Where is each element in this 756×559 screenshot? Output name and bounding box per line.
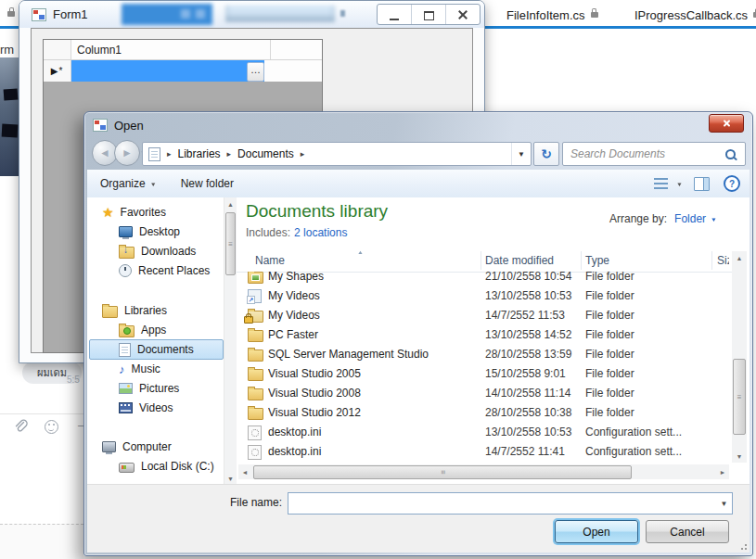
sidebar-item-videos[interactable]: Videos <box>119 399 173 417</box>
winforms-icon <box>32 8 46 21</box>
file-row[interactable]: My Videos 13/10/2558 10:53 File folder <box>237 286 732 306</box>
grid-new-row: ▶* … <box>44 60 322 82</box>
sidebar-item-computer[interactable]: Computer <box>102 438 172 456</box>
folder-icon <box>248 369 263 381</box>
views-dropdown-icon[interactable]: ▼ <box>676 181 683 186</box>
help-icon[interactable]: ? <box>724 175 740 192</box>
new-folder-label: New folder <box>181 177 234 190</box>
sidebar-item-libraries[interactable]: Libraries <box>102 301 167 320</box>
sidebar-item-favorites[interactable]: ★ Favorites <box>102 203 166 222</box>
refresh-button[interactable]: ↻ <box>533 142 559 166</box>
scroll-up-button[interactable]: ▲ <box>224 197 237 210</box>
scroll-left-button[interactable]: ◄ <box>238 464 251 479</box>
breadcrumb-documents[interactable]: Documents <box>237 147 294 160</box>
clock-icon <box>119 264 132 277</box>
file-browser-pane: Documents library Includes:2 locations A… <box>237 197 750 485</box>
file-row[interactable]: Visual Studio 2008 14/10/2558 11:14 File… <box>237 384 732 403</box>
star-icon: ★ <box>102 205 114 220</box>
scroll-right-button[interactable]: ► <box>716 464 729 479</box>
file-row[interactable]: desktop.ini 13/10/2558 10:53 Configurati… <box>237 423 732 442</box>
minimize-button[interactable] <box>378 5 412 24</box>
sidebar-item-downloads[interactable]: Downloads <box>119 242 196 260</box>
censored-text <box>225 6 335 22</box>
file-row[interactable]: Visual Studio 2005 15/10/2558 9:01 File … <box>237 364 732 384</box>
lock-icon <box>7 11 15 17</box>
breadcrumb-libraries[interactable]: Libraries <box>178 147 221 160</box>
sidebar-item-music[interactable]: ♪ Music <box>119 360 160 378</box>
documents-icon <box>119 343 131 357</box>
grid-corner-cell[interactable] <box>44 40 71 59</box>
column-name[interactable]: Name <box>255 254 285 267</box>
scroll-down-button[interactable]: ▼ <box>732 450 747 463</box>
divider <box>0 413 83 414</box>
window-controls <box>377 4 481 25</box>
sidebar-item-documents[interactable]: Documents <box>119 340 194 359</box>
file-row[interactable]: My Videos 14/7/2552 11:53 File folder <box>237 306 732 325</box>
address-dropdown[interactable]: ▼ <box>511 143 531 165</box>
tab-iprogresscallback[interactable]: IProgressCallback.cs <box>634 6 756 24</box>
forward-icon: ► <box>122 146 133 159</box>
tab-fileinfoitem[interactable]: FileInfoItem.cs <box>506 6 598 24</box>
scrollbar-thumb[interactable]: ≡ <box>253 465 632 479</box>
sidebar-item-recent-places[interactable]: Recent Places <box>119 261 210 280</box>
scrollbar-thumb[interactable]: ≡ <box>225 212 236 275</box>
library-includes: Includes:2 locations <box>246 226 347 239</box>
chat-timestamp: 5:5 <box>67 375 80 385</box>
column-header-row: ▲ Name Date modified Type Size <box>237 249 732 273</box>
nav-forward-button[interactable]: ► <box>114 140 140 166</box>
column-size[interactable]: Size <box>717 254 729 267</box>
list-horizontal-scrollbar: ◄ ≡ ► <box>238 464 729 479</box>
file-row[interactable]: SQL Server Management Studio 28/10/2558 … <box>237 345 732 364</box>
file-row[interactable]: My Shapes 21/10/2558 10:54 File folder <box>237 272 732 286</box>
file-row[interactable]: desktop.ini 14/7/2552 11:41 Configuratio… <box>237 442 732 462</box>
dialog-titlebar[interactable]: Open <box>93 117 144 133</box>
sidebar-item-local-disk-c[interactable]: Local Disk (C:) <box>119 457 214 476</box>
arrange-value[interactable]: Folder <box>674 212 706 225</box>
resize-grip[interactable] <box>741 544 747 550</box>
chat-input-footer[interactable] <box>0 524 83 559</box>
open-button[interactable]: Open <box>555 520 638 543</box>
refresh-icon: ↻ <box>541 146 552 161</box>
organize-button[interactable]: Organize ▼ <box>100 177 157 190</box>
grid-column-header[interactable]: Column1 <box>71 40 271 59</box>
form1-titlebar[interactable]: Form1 <box>19 1 484 28</box>
sidebar-item-desktop[interactable]: Desktop <box>119 222 180 241</box>
scroll-up-button[interactable]: ▲ <box>732 251 747 264</box>
scroll-down-button[interactable]: ▼ <box>224 472 237 485</box>
preview-pane-icon[interactable] <box>694 177 710 191</box>
grid-row-indicator: ▶* <box>44 60 71 82</box>
attach-paperclip-icon[interactable] <box>13 419 28 434</box>
sidebar-item-pictures[interactable]: Pictures <box>119 379 179 398</box>
close-button[interactable] <box>446 5 480 24</box>
file-row[interactable]: PC Faster 13/10/2558 14:52 File folder <box>237 325 732 345</box>
dialog-close-button[interactable] <box>709 114 744 133</box>
grid-header-row: Column1 <box>44 40 322 60</box>
chevron-down-icon[interactable]: ▼ <box>716 493 732 514</box>
grid-ellipsis-button[interactable]: … <box>247 62 264 82</box>
music-note-icon: ♪ <box>119 362 125 376</box>
ini-file-icon <box>248 426 262 440</box>
command-toolbar: Organize ▼ New folder ▼ ? <box>87 170 750 198</box>
file-list: My Shapes 21/10/2558 10:54 File folder M… <box>237 272 732 464</box>
grid-selected-cell[interactable] <box>71 60 264 82</box>
filename-input[interactable]: ▼ <box>288 492 733 515</box>
cancel-button[interactable]: Cancel <box>646 520 729 543</box>
folder-image-icon <box>248 272 263 284</box>
views-icon[interactable] <box>654 178 668 189</box>
ini-file-icon <box>248 445 262 460</box>
file-row[interactable]: Visual Studio 2012 28/10/2558 10:38 File… <box>237 403 732 423</box>
locations-link[interactable]: 2 locations <box>294 226 347 239</box>
downloads-icon <box>119 247 135 259</box>
address-breadcrumb[interactable]: ▸ Libraries ▸ Documents ▸ ▼ <box>142 142 532 166</box>
arrange-by-control[interactable]: Arrange by: Folder ▼ <box>609 212 717 225</box>
censored-text <box>340 10 345 17</box>
search-box[interactable]: Search Documents <box>562 142 746 166</box>
column-date-modified[interactable]: Date modified <box>485 254 554 267</box>
emoji-smiley-icon[interactable] <box>45 420 58 434</box>
chevron-down-icon: ▼ <box>711 216 717 222</box>
scrollbar-thumb[interactable]: ≡ <box>733 359 746 435</box>
maximize-button[interactable] <box>412 5 446 24</box>
sidebar-item-apps[interactable]: Apps <box>119 321 166 339</box>
new-folder-button[interactable]: New folder <box>181 177 234 190</box>
column-type[interactable]: Type <box>585 254 609 267</box>
